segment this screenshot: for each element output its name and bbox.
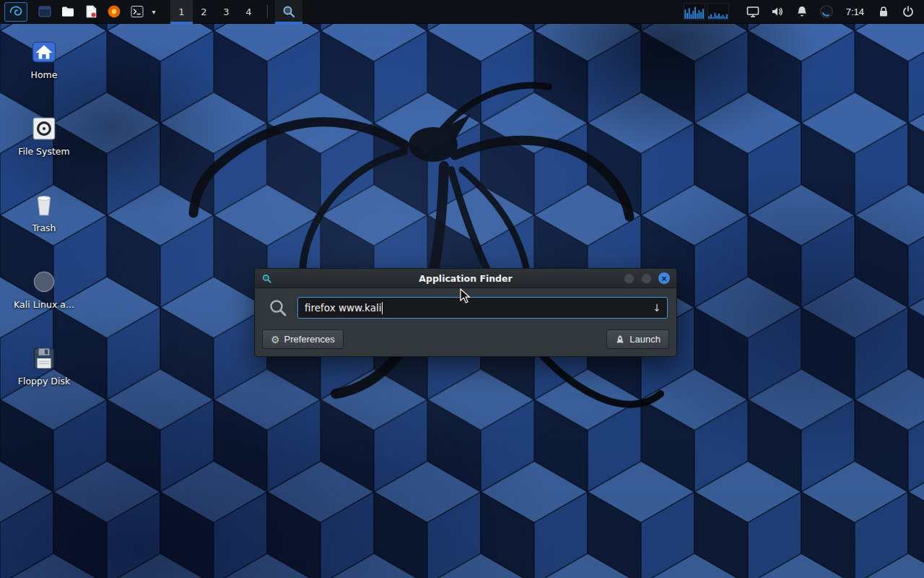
panel-separator — [267, 5, 268, 18]
display-settings-button[interactable] — [741, 0, 765, 24]
document-icon — [83, 4, 99, 20]
network-graph-icon — [707, 3, 729, 20]
application-finder-icon — [261, 273, 272, 284]
display-icon — [746, 4, 760, 19]
search-input[interactable]: firefox www.kali ↓ — [297, 297, 668, 319]
kali-logo-icon — [8, 4, 24, 20]
clock[interactable]: 7:14 — [839, 7, 871, 17]
gear-icon: ⚙ — [271, 334, 280, 345]
desktop-icon-label: Kali Linux a... — [14, 299, 74, 310]
titlebar[interactable]: Application Finder × — [255, 269, 676, 288]
trash-icon — [30, 191, 58, 220]
search-row: firefox www.kali ↓ — [262, 295, 669, 320]
text-cursor — [382, 302, 383, 314]
terminal-icon — [129, 4, 145, 20]
power-icon — [901, 4, 915, 19]
lock-icon — [876, 4, 891, 19]
kali-link-icon — [30, 267, 58, 296]
desktop-icon-trash[interactable]: Trash — [10, 191, 78, 233]
application-finder-window: Application Finder × firefox www.kali ↓ … — [254, 268, 677, 357]
launcher-window-manager[interactable] — [33, 0, 56, 24]
desktop-icon-label: File System — [18, 146, 70, 157]
applications-menu-button[interactable] — [4, 2, 27, 22]
status-globe-button[interactable] — [814, 0, 839, 24]
entry-dropdown-arrow-icon[interactable]: ↓ — [653, 302, 661, 314]
top-panel: ▾ 1 2 3 4 — [0, 0, 924, 24]
launch-label: Launch — [629, 334, 661, 345]
logout-button[interactable] — [896, 0, 920, 24]
file-system-icon — [30, 114, 58, 143]
notifications-button[interactable] — [790, 0, 814, 24]
workspace-2[interactable]: 2 — [193, 0, 215, 24]
desktop-icon-label: Floppy Disk — [18, 376, 70, 387]
launcher-text-editor[interactable] — [79, 0, 103, 24]
home-icon — [30, 38, 58, 66]
speaker-icon — [770, 4, 785, 19]
system-monitor[interactable] — [684, 3, 729, 20]
workspace-switcher: 1 2 3 4 — [170, 0, 260, 24]
firefox-icon — [106, 4, 122, 20]
launch-button[interactable]: Launch — [606, 329, 669, 349]
desktop-icon-home[interactable]: Home — [10, 38, 78, 80]
screen-lock-button[interactable] — [871, 0, 896, 24]
desktop-icon-label: Trash — [32, 223, 56, 233]
cpu-graph-icon — [684, 3, 705, 20]
minimize-button[interactable] — [624, 273, 635, 284]
desktop-icon-floppy-disk[interactable]: Floppy Disk — [10, 344, 78, 387]
workspace-3[interactable]: 3 — [215, 0, 237, 24]
volume-button[interactable] — [765, 0, 790, 24]
search-icon — [268, 298, 288, 318]
launcher-firefox[interactable] — [103, 0, 126, 24]
chevron-down-icon: ▾ — [152, 8, 155, 16]
desktop-icon-label: Home — [31, 69, 58, 80]
window-title: Application Finder — [255, 273, 676, 284]
terminal-dropdown-chevron[interactable]: ▾ — [149, 0, 159, 24]
window-icon — [37, 4, 53, 20]
close-button[interactable]: × — [658, 272, 670, 284]
globe-icon — [819, 4, 834, 20]
workspace-1[interactable]: 1 — [170, 0, 193, 24]
button-row: ⚙ Preferences Launch — [262, 329, 669, 349]
preferences-button[interactable]: ⚙ Preferences — [262, 329, 344, 349]
dialog-body: firefox www.kali ↓ ⚙ Preferences Launch — [255, 288, 676, 356]
close-icon: × — [661, 274, 667, 283]
workspace-4[interactable]: 4 — [237, 0, 260, 24]
maximize-button[interactable] — [641, 273, 652, 284]
desktop-icon-kali-linux[interactable]: Kali Linux a... — [10, 267, 78, 310]
search-icon — [282, 4, 296, 19]
launch-icon — [615, 335, 625, 344]
taskbar-application-finder[interactable] — [275, 0, 302, 24]
folder-icon — [60, 4, 76, 20]
desktop-icon-file-system[interactable]: File System — [10, 114, 78, 157]
desktop-icon-list: Home File System Trash Kali Linux a... — [10, 38, 78, 387]
floppy-disk-icon — [30, 344, 58, 373]
launcher-terminal[interactable] — [126, 0, 149, 24]
bell-icon — [795, 4, 809, 19]
preferences-label: Preferences — [284, 334, 335, 345]
search-input-value: firefox www.kali — [305, 302, 381, 314]
launcher-file-manager[interactable] — [56, 0, 79, 24]
